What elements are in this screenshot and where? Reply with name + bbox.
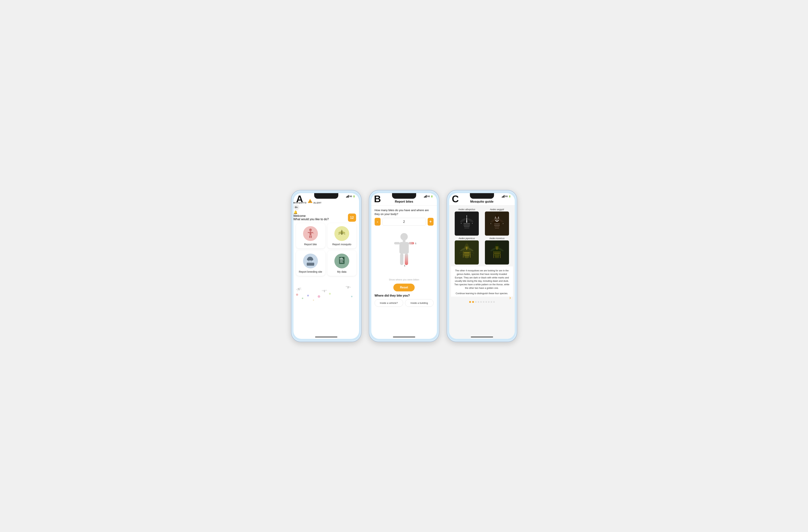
svg-rect-64: [408, 242, 414, 244]
dot-8: [491, 301, 492, 303]
menu-card-report-breeding[interactable]: Report breeding site: [296, 251, 325, 276]
svg-line-29: [311, 261, 312, 262]
svg-point-46: [317, 295, 320, 298]
svg-point-47: [329, 293, 331, 295]
dot-9: [493, 301, 495, 303]
svg-rect-8: [310, 231, 311, 235]
bell-icon[interactable]: 🔔: [293, 210, 297, 214]
next-arrow-btn[interactable]: ›: [509, 295, 511, 301]
notch-c: [470, 193, 494, 199]
svg-text:1: 1: [404, 264, 405, 267]
where-bite-title: Where did they bite you?: [374, 294, 434, 297]
guide-continue: Continue learning to distinguish these f…: [454, 292, 510, 295]
svg-point-60: [400, 233, 408, 240]
mosquito-image-0: [455, 212, 479, 236]
guide-text-area: The other 4 mosquitoes we are looking fo…: [451, 267, 513, 297]
svg-rect-11: [309, 235, 310, 238]
app-header-a: MOSQUITO 🦟 ALERT: [293, 198, 359, 214]
svg-point-7: [309, 228, 312, 231]
bite-location-building[interactable]: Inside a building: [405, 299, 434, 307]
svg-point-26: [310, 258, 313, 261]
report-breeding-label: Report breeding site: [299, 270, 322, 273]
menu-card-my-data[interactable]: My data: [327, 251, 356, 276]
phone-label-a: A: [296, 193, 303, 204]
mosquito-image-3: [485, 240, 509, 264]
svg-rect-37: [340, 261, 343, 261]
notification-badge[interactable]: 12: [348, 214, 356, 222]
svg-rect-63: [394, 242, 400, 244]
signal-icon-c: [502, 195, 504, 198]
svg-point-14: [313, 233, 314, 234]
my-data-icon: [334, 254, 349, 269]
svg-text:1: 1: [415, 242, 416, 244]
network-type-a: 5G: [349, 195, 352, 197]
dot-6: [485, 301, 487, 303]
svg-line-95: [490, 224, 494, 226]
dot-5: [483, 301, 484, 303]
battery-icon-a: 🔋: [353, 195, 355, 198]
svg-rect-39: [340, 258, 341, 259]
status-right-c: 5G 🔋: [502, 195, 511, 198]
body-figure-area: 1 1 Show where you were bitten: [371, 228, 437, 282]
phone-c-wrapper: 5G 🔋 Mosquito guide Aedes alb: [447, 190, 517, 342]
report-breeding-icon: [303, 254, 318, 269]
dot-7: [488, 301, 490, 303]
body-figure-svg[interactable]: 1 1: [387, 229, 421, 277]
phone-a-frame: 5G 🔋 MOSQUITO 🦟 ALERT: [291, 190, 362, 342]
phone-c-frame: 5G 🔋 Mosquito guide Aedes alb: [447, 190, 517, 342]
svg-point-152: [495, 243, 498, 246]
menu-card-report-mosquito[interactable]: Report mosquito: [327, 223, 356, 249]
svg-rect-66: [405, 253, 408, 265]
svg-line-53: [300, 289, 301, 290]
counter-minus-btn[interactable]: -: [374, 218, 381, 225]
mosquito-name-0: Aedes albopictus: [458, 208, 475, 211]
mosquito-name-1: Aedes aegypti: [490, 208, 504, 211]
svg-rect-38: [340, 262, 343, 262]
mosquito-name-2: Aedes japonicus: [459, 237, 475, 240]
svg-point-48: [351, 296, 352, 297]
bottom-decoration-a: [293, 278, 359, 305]
pagination-row: ›: [449, 297, 515, 306]
svg-line-52: [297, 290, 298, 291]
svg-line-28: [310, 261, 310, 262]
dna-icon[interactable]: ⚙: [293, 204, 299, 210]
logo-triangle-icon: 🦟: [308, 198, 313, 204]
my-data-label: My data: [337, 270, 346, 273]
signal-icon-a: [346, 195, 349, 198]
status-right-b: 5G 🔋: [424, 195, 433, 198]
status-right-a: 5G 🔋: [346, 195, 355, 198]
mosquito-card-1: Aedes aegypti: [483, 208, 511, 236]
menu-card-report-bite[interactable]: Report bite: [296, 223, 325, 249]
svg-rect-41: [342, 258, 343, 259]
mosquito-card-0: Aedes albopictus: [453, 208, 481, 236]
signal-icon-b: [424, 195, 427, 198]
phones-container: 5G 🔋 MOSQUITO 🦟 ALERT: [291, 190, 517, 342]
counter-value-input[interactable]: [382, 218, 426, 225]
mosquito-card-3: Aedes koreicus: [483, 237, 511, 264]
page-title-c: Mosquito guide: [453, 200, 511, 204]
bite-location-vehicle[interactable]: Inside a vehicle?: [374, 299, 403, 307]
phone-a-screen: 5G 🔋 MOSQUITO 🦟 ALERT: [293, 193, 359, 339]
counter-plus-btn[interactable]: +: [428, 218, 434, 225]
home-indicator-b: [393, 337, 415, 337]
reset-button[interactable]: Reset: [393, 283, 415, 291]
network-type-b: 5G: [427, 195, 430, 197]
dot-4: [480, 301, 482, 303]
notch-a: [314, 193, 338, 199]
svg-text:⚙: ⚙: [297, 206, 298, 208]
svg-rect-9: [308, 232, 310, 233]
mosquito-image-1: [485, 212, 509, 236]
svg-rect-36: [340, 260, 344, 260]
svg-point-43: [302, 297, 303, 299]
svg-rect-62: [399, 242, 408, 254]
svg-point-129: [465, 243, 468, 246]
page-header-c: Mosquito guide: [449, 198, 515, 206]
svg-point-58: [322, 290, 324, 291]
notch-b: [392, 193, 416, 199]
svg-point-25: [307, 258, 310, 261]
network-type-c: 5G: [505, 195, 508, 197]
bite-location-grid: Inside a vehicle? Inside a building: [374, 299, 434, 307]
header-icons-a: ⚙ 🔔: [293, 204, 359, 214]
screen-c-content: Mosquito guide Aedes albopictus: [449, 198, 515, 339]
svg-point-42: [296, 294, 298, 296]
